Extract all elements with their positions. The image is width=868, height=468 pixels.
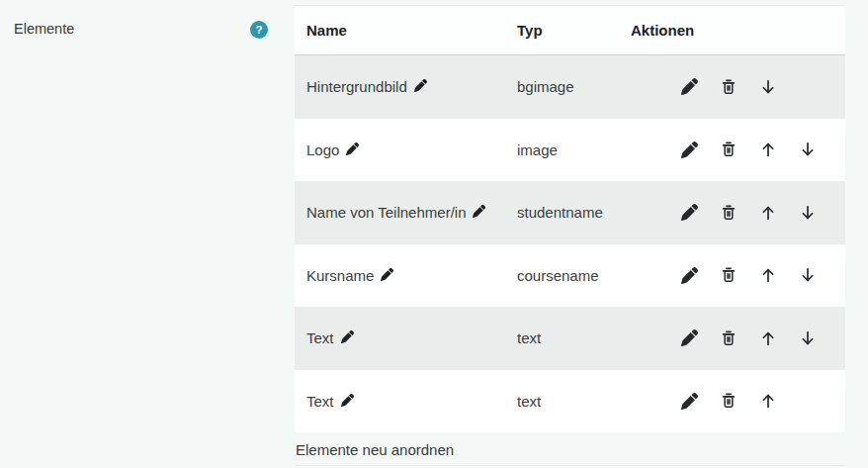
- edit-icon[interactable]: [680, 141, 698, 158]
- move-up-icon[interactable]: [759, 392, 777, 410]
- table-row: Name von Teilnehmer/instudentname: [295, 181, 845, 244]
- edit-icon[interactable]: [680, 267, 698, 284]
- move-up-icon[interactable]: [759, 204, 777, 222]
- delete-icon[interactable]: [720, 78, 738, 96]
- element-actions-cell: [631, 78, 845, 96]
- table-row: Texttext: [295, 307, 845, 370]
- move-up-icon[interactable]: [759, 266, 777, 284]
- move-down-icon[interactable]: [799, 140, 817, 158]
- edit-name-icon[interactable]: [341, 330, 354, 343]
- element-type: text: [517, 329, 631, 346]
- element-name: Text: [306, 329, 334, 346]
- element-name-cell: Hintergrundbild: [295, 78, 517, 95]
- element-type: image: [517, 141, 631, 158]
- move-down-icon[interactable]: [799, 329, 817, 347]
- element-actions-cell: [631, 392, 845, 410]
- element-type: text: [517, 393, 631, 410]
- edit-name-icon[interactable]: [341, 394, 354, 407]
- column-header-type: Typ: [517, 22, 631, 39]
- move-down-icon[interactable]: [759, 78, 777, 96]
- element-actions-cell: [631, 204, 845, 222]
- element-actions-cell: [631, 329, 845, 347]
- edit-icon[interactable]: [680, 393, 698, 410]
- element-name: Name von Teilnehmer/in: [306, 204, 466, 221]
- move-down-icon[interactable]: [799, 266, 817, 284]
- table-row: Texttext: [295, 370, 845, 433]
- edit-name-icon[interactable]: [414, 79, 427, 92]
- edit-name-icon[interactable]: [473, 205, 485, 218]
- edit-icon[interactable]: [680, 204, 698, 221]
- table-row: Hintergrundbildbgimage: [295, 55, 845, 119]
- element-name: Kursname: [306, 267, 374, 284]
- setting-label: Elemente: [14, 21, 74, 37]
- edit-icon[interactable]: [680, 329, 698, 346]
- table-row: Kursnamecoursename: [295, 244, 845, 308]
- element-actions-cell: [631, 140, 845, 158]
- element-name-cell: Text: [295, 393, 517, 410]
- elements-table: Name Typ Aktionen Hintergrundbildbgimage…: [295, 5, 845, 432]
- element-type: studentname: [517, 204, 631, 221]
- element-name: Hintergrundbild: [306, 78, 407, 95]
- element-type: coursename: [517, 267, 631, 284]
- element-name: Logo: [306, 141, 339, 158]
- column-header-actions: Aktionen: [631, 22, 845, 39]
- help-icon[interactable]: ?: [250, 21, 268, 39]
- table-row: Logoimage: [295, 119, 845, 182]
- reposition-elements-link[interactable]: Elemente neu anordnen: [296, 441, 454, 458]
- move-up-icon[interactable]: [759, 329, 777, 347]
- move-down-icon[interactable]: [799, 204, 817, 222]
- column-header-name: Name: [295, 22, 517, 39]
- edit-name-icon[interactable]: [346, 142, 359, 155]
- delete-icon[interactable]: [720, 266, 738, 284]
- move-up-icon[interactable]: [759, 140, 777, 158]
- table-header-row: Name Typ Aktionen: [295, 5, 845, 55]
- section-divider: [295, 465, 845, 466]
- delete-icon[interactable]: [720, 140, 738, 158]
- delete-icon[interactable]: [720, 392, 738, 410]
- table-body: HintergrundbildbgimageLogoimageName von …: [295, 55, 845, 432]
- element-name-cell: Logo: [295, 141, 517, 158]
- edit-name-icon[interactable]: [381, 268, 393, 281]
- edit-icon[interactable]: [680, 78, 698, 95]
- delete-icon[interactable]: [720, 204, 738, 222]
- element-name-cell: Kursname: [295, 267, 517, 284]
- delete-icon[interactable]: [720, 329, 738, 347]
- element-actions-cell: [631, 266, 845, 284]
- element-name-cell: Text: [295, 329, 517, 346]
- element-name: Text: [306, 393, 334, 410]
- element-name-cell: Name von Teilnehmer/in: [295, 204, 517, 221]
- element-type: bgimage: [517, 78, 631, 95]
- settings-page: Elemente ? Name Typ Aktionen Hintergrund…: [0, 0, 868, 468]
